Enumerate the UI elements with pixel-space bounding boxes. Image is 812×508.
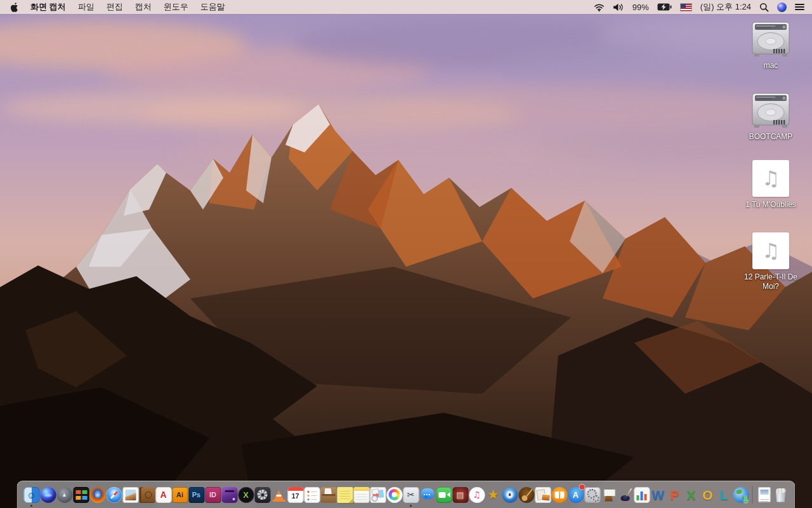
desktop-icon-1[interactable]: mac (738, 22, 804, 70)
launchpad-icon: ▲ (56, 487, 72, 503)
dock-item-stickies[interactable] (337, 485, 353, 504)
globe-download-app-icon: ↓ (733, 487, 749, 503)
package-box-app-icon (320, 487, 336, 503)
spotlight-search-icon[interactable] (759, 3, 769, 12)
star-app-icon: ★ (485, 487, 501, 503)
dock-item-powerpoint[interactable]: P (667, 485, 683, 504)
dock-item-reminders[interactable] (304, 485, 320, 504)
dock-item-grab[interactable]: ✂ (403, 485, 419, 504)
menu-item-1[interactable]: 파일 (78, 1, 95, 13)
dock-item-calendar[interactable]: 17 (287, 485, 304, 504)
dock-item-dvd-app[interactable] (502, 485, 518, 504)
desktop-icon-label: BOOTCAMP (749, 132, 793, 142)
dock-item-photoshop[interactable]: Ps (188, 485, 205, 504)
wifi-icon[interactable] (594, 3, 605, 11)
dock-item-garageband[interactable] (518, 485, 535, 504)
apple-logo-icon (10, 2, 18, 12)
hard-drive-icon (750, 22, 791, 58)
dock-item-indesign[interactable]: ID (205, 485, 221, 504)
dock-item-photo-cards-app[interactable] (370, 485, 386, 504)
dock-item-x-media-app[interactable]: X (238, 485, 254, 504)
app-menu-title[interactable]: 화면 캡처 (30, 1, 66, 13)
grab-icon: ✂ (403, 487, 419, 503)
dock-item-launchpad[interactable]: ▲ (56, 485, 73, 504)
dock-item-star-app[interactable]: ★ (485, 485, 502, 504)
itunes-icon: ♫ (469, 487, 485, 503)
siri-icon[interactable] (777, 3, 787, 12)
apple-menu[interactable] (10, 2, 18, 12)
dock-item-mission-control[interactable] (73, 485, 89, 504)
desktop-icon-2[interactable]: BOOTCAMP (738, 93, 804, 142)
reminders-icon (304, 487, 320, 503)
menu-item-2[interactable]: 편집 (107, 1, 123, 13)
stickies-icon (337, 487, 353, 503)
dock-item-document-file[interactable] (756, 485, 773, 504)
dock-item-vlc[interactable] (271, 485, 287, 504)
contacts-book-icon (139, 487, 155, 503)
dock-item-keynote[interactable] (601, 485, 617, 504)
dock-item-facetime[interactable] (436, 485, 452, 504)
excel-icon: X (683, 487, 699, 503)
photos-icon (386, 487, 402, 503)
desktop-icon-label: 1 Tu M'Oublies (745, 200, 796, 210)
dock-item-system-preferences[interactable] (584, 485, 601, 504)
dock-item-toast[interactable] (221, 485, 238, 504)
dock-item-word[interactable]: W (650, 485, 667, 504)
dock-item-firefox[interactable] (89, 485, 106, 504)
desktop-icon-3[interactable]: ♫1 Tu M'Oublies (738, 160, 804, 210)
desktop-icons: mac BOOTCAMP♫1 Tu M'Oublies♫12 Parle-T-I… (0, 0, 812, 508)
messages-icon: … (419, 487, 435, 503)
illustrator-icon: Ai (172, 487, 188, 503)
dock-item-app-store[interactable]: A (568, 485, 584, 504)
menu-bar-menus: 파일편집캡처윈도우도움말 (78, 1, 225, 13)
dock-item-photo-booth[interactable]: ▤ (452, 485, 469, 504)
dock-item-globe-download-app[interactable]: ↓ (733, 485, 749, 504)
disk-fan-app-icon (254, 487, 270, 503)
pages-icon (617, 487, 633, 503)
desktop-icon-4[interactable]: ♫12 Parle-T-Il De Moi? (738, 232, 804, 291)
dock-divider (752, 486, 753, 504)
volume-icon[interactable] (613, 3, 624, 11)
dock: ☺▲AAiPsIDX17✂…▤♫★AWPXOL↓ (17, 481, 796, 508)
menu-item-4[interactable]: 윈도우 (164, 1, 188, 13)
toast-icon (221, 487, 237, 503)
trash-icon (773, 487, 789, 503)
dock-item-ibooks[interactable] (551, 485, 568, 504)
dock-item-contacts-book[interactable] (139, 485, 155, 504)
notification-badge (580, 485, 585, 490)
document-file-icon (758, 487, 770, 502)
powerpoint-icon: P (667, 487, 683, 503)
menu-bar-clock[interactable]: (일) 오후 1:24 (700, 1, 751, 13)
dock-item-finder[interactable]: ☺ (23, 485, 40, 504)
dock-item-pages[interactable] (617, 485, 634, 504)
dock-item-lync[interactable]: L (716, 485, 733, 504)
dock-item-siri[interactable] (40, 485, 56, 504)
numbers-icon (634, 487, 650, 503)
dock-item-photos[interactable] (386, 485, 403, 504)
dock-item-safari[interactable] (106, 485, 122, 504)
system-preferences-icon (584, 487, 600, 503)
us-flag-keyboard-icon[interactable] (680, 3, 692, 11)
mission-control-icon (73, 487, 89, 503)
notes-icon (353, 487, 369, 503)
dock-item-illustrator[interactable]: Ai (172, 485, 188, 504)
dock-item-preview[interactable] (122, 485, 139, 504)
dock-item-photo-collage-app[interactable] (535, 485, 551, 504)
dock-item-itunes[interactable]: ♫ (469, 485, 485, 504)
dock-item-trash[interactable] (773, 485, 789, 504)
notification-center-icon[interactable] (795, 4, 804, 11)
dock-item-acrobat[interactable]: A (155, 485, 172, 504)
photo-booth-icon: ▤ (452, 487, 468, 503)
dock-item-messages[interactable]: … (419, 485, 436, 504)
dvd-app-icon (502, 487, 518, 503)
battery-charging-icon[interactable] (657, 3, 672, 11)
x-media-app-icon: X (238, 487, 254, 503)
menu-item-5[interactable]: 도움말 (200, 1, 225, 13)
dock-item-excel[interactable]: X (683, 485, 700, 504)
dock-item-numbers[interactable] (634, 485, 650, 504)
dock-item-package-box-app[interactable] (320, 485, 337, 504)
dock-item-disk-fan-app[interactable] (254, 485, 271, 504)
dock-item-notes[interactable] (353, 485, 370, 504)
dock-item-outlook[interactable]: O (700, 485, 716, 504)
menu-item-3[interactable]: 캡처 (135, 1, 152, 13)
